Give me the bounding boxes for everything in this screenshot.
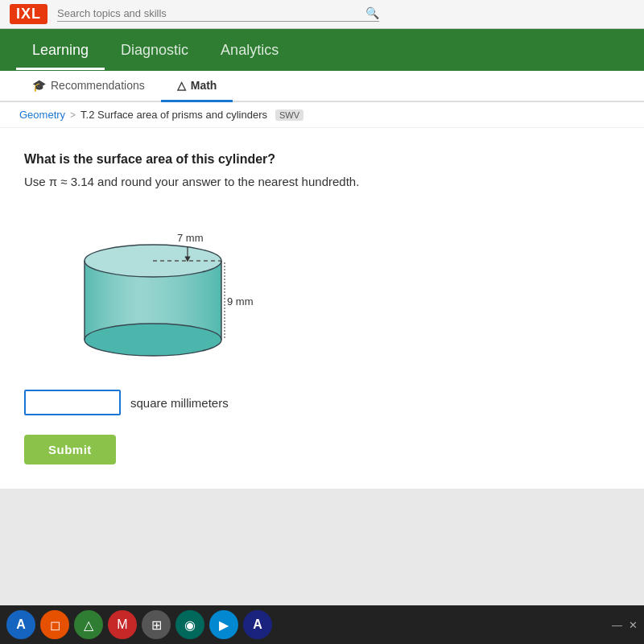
tab-math-label: Math: [191, 79, 217, 92]
top-bar: IXL 🔍: [0, 0, 644, 29]
tab-recommendations[interactable]: 🎓 Recommendations: [16, 71, 161, 102]
breadcrumb-current: T.2 Surface area of prisms and cylinders: [80, 109, 267, 121]
breadcrumb-parent[interactable]: Geometry: [19, 109, 65, 121]
svg-point-3: [85, 324, 221, 356]
answer-input[interactable]: [24, 390, 121, 415]
minimize-button[interactable]: —: [612, 619, 622, 631]
breadcrumb-code: SWV: [275, 109, 303, 121]
taskbar-icon-a[interactable]: A: [6, 610, 35, 639]
search-input[interactable]: [57, 7, 365, 19]
main-content: What is the surface area of this cylinde…: [0, 128, 644, 489]
taskbar-icon-play[interactable]: ▶: [209, 610, 238, 639]
taskbar-icon-box[interactable]: ◻: [40, 610, 69, 639]
answer-row: square millimeters: [24, 390, 620, 415]
question-main: What is the surface area of this cylinde…: [24, 152, 620, 167]
taskbar-icon-grid[interactable]: ⊞: [142, 610, 171, 639]
taskbar-icon-circle[interactable]: ◉: [175, 610, 204, 639]
search-icon-button[interactable]: 🔍: [365, 6, 379, 19]
math-icon: △: [177, 79, 186, 92]
unit-label: square millimeters: [130, 396, 229, 410]
submit-button[interactable]: Submit: [24, 435, 116, 464]
window-controls: — ✕: [612, 619, 638, 631]
nav-bar: Learning Diagnostic Analytics: [0, 29, 644, 71]
nav-item-learning[interactable]: Learning: [16, 31, 105, 70]
taskbar: A ◻ △ M ⊞ ◉ ▶ A — ✕: [0, 605, 644, 644]
breadcrumb-separator: >: [70, 109, 76, 121]
svg-text:7 mm: 7 mm: [177, 232, 204, 244]
question-instruction: Use π ≈ 3.14 and round your answer to th…: [24, 175, 620, 188]
cylinder-svg: 7 mm 9 mm: [40, 213, 266, 365]
search-bar[interactable]: 🔍: [57, 6, 379, 22]
close-button[interactable]: ✕: [629, 619, 638, 631]
tabs-bar: 🎓 Recommendations △ Math: [0, 71, 644, 102]
logo[interactable]: IXL: [10, 4, 47, 24]
taskbar-icon-triangle[interactable]: △: [74, 610, 103, 639]
recommendations-icon: 🎓: [32, 79, 46, 92]
taskbar-icon-m[interactable]: M: [108, 610, 137, 639]
svg-text:9 mm: 9 mm: [227, 295, 254, 308]
nav-item-analytics[interactable]: Analytics: [204, 31, 295, 70]
nav-item-diagnostic[interactable]: Diagnostic: [105, 31, 204, 70]
cylinder-diagram: 7 mm 9 mm: [40, 213, 266, 365]
tab-math[interactable]: △ Math: [161, 71, 233, 102]
taskbar-icon-a2[interactable]: A: [243, 610, 272, 639]
breadcrumb: Geometry > T.2 Surface area of prisms an…: [0, 102, 644, 128]
tab-recommendations-label: Recommendations: [51, 79, 145, 92]
